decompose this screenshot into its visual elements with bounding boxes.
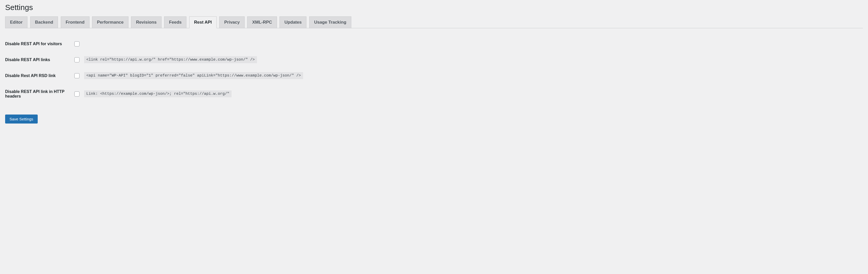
tab-bar: Editor Backend Frontend Performance Revi… [5,17,863,28]
table-row: Disable REST API link in HTTP headers Li… [5,84,863,104]
page-title: Settings [5,3,863,12]
tab-updates[interactable]: Updates [279,17,306,28]
tab-rest-api[interactable]: Rest API [189,17,217,28]
setting-label: Disable REST API link in HTTP headers [5,84,72,104]
tab-editor[interactable]: Editor [5,17,27,28]
table-row: Disable REST API links <link rel="https:… [5,52,863,68]
tab-backend[interactable]: Backend [30,17,58,28]
tab-usage-tracking[interactable]: Usage Tracking [309,17,351,28]
tab-privacy[interactable]: Privacy [219,17,245,28]
table-row: Disable Rest API RSD link <api name="WP-… [5,68,863,84]
tab-feeds[interactable]: Feeds [164,17,186,28]
settings-table: Disable REST API for visitors Disable RE… [5,36,863,104]
code-snippet: <api name="WP-API" blogID="1" preferred=… [84,72,303,79]
save-button[interactable]: Save Settings [5,114,38,124]
table-row: Disable REST API for visitors [5,36,863,52]
code-snippet: <link rel="https://api.w.org/" href="htt… [84,56,257,63]
disable-rest-links-checkbox[interactable] [74,57,80,62]
tab-performance[interactable]: Performance [92,17,128,28]
disable-rest-http-headers-checkbox[interactable] [74,91,80,97]
setting-label: Disable Rest API RSD link [5,68,72,84]
disable-rest-visitors-checkbox[interactable] [74,42,80,47]
disable-rest-rsd-checkbox[interactable] [74,73,80,78]
code-snippet: Link: <https://example.com/wp-json/>; re… [84,90,231,97]
setting-label: Disable REST API links [5,52,72,68]
setting-label: Disable REST API for visitors [5,36,72,52]
tab-xml-rpc[interactable]: XML-RPC [247,17,277,28]
tab-frontend[interactable]: Frontend [61,17,90,28]
tab-revisions[interactable]: Revisions [131,17,161,28]
